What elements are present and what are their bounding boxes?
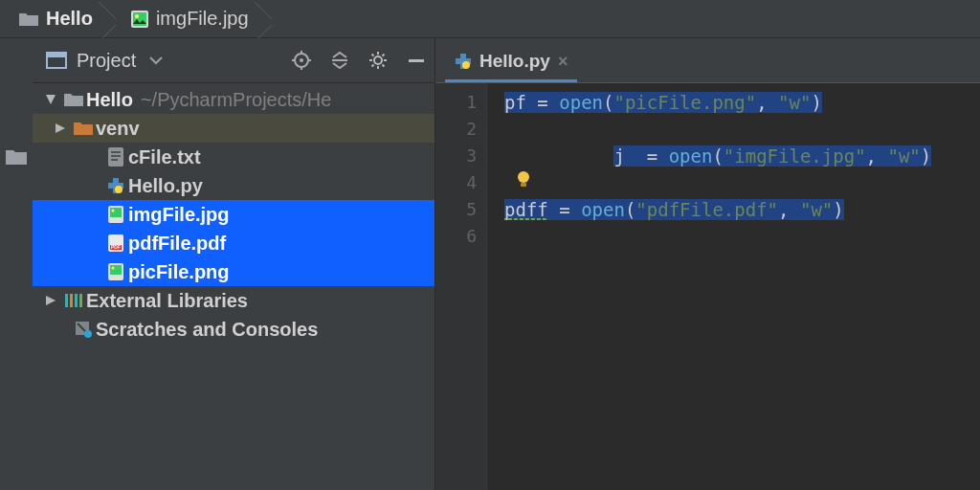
folder-icon [71,121,96,136]
editor-code-area[interactable]: pf = open("picFile.png", "w") j = open("… [487,83,980,490]
tree-item-file[interactable]: Hello.py [33,171,434,200]
svg-point-19 [112,267,115,270]
expand-icon[interactable] [50,122,71,134]
tree-label: picFile.png [128,261,230,283]
svg-point-13 [112,210,115,212]
tree-label: venv [96,118,140,140]
tree-label: pdfFile.pdf [128,233,226,255]
expand-icon[interactable] [40,295,61,306]
collapse-all-icon[interactable] [329,50,350,71]
svg-point-6 [300,58,303,62]
svg-rect-21 [70,294,73,307]
image-file-icon [103,206,128,223]
chevron-down-icon[interactable] [145,50,167,71]
svg-text:PDF: PDF [111,244,121,250]
svg-rect-28 [521,183,526,187]
tree-item-file[interactable]: PDF pdfFile.pdf [33,229,434,257]
svg-rect-8 [409,59,424,62]
svg-rect-22 [75,294,78,307]
tool-tab-project[interactable]: 1: Project [0,172,33,192]
gutter-line: 6 [435,223,477,250]
tree-root-path: ~/PycharmProjects/He [141,89,332,111]
project-view-icon[interactable] [46,50,67,71]
project-tree[interactable]: Hello ~/PycharmProjects/He venv cFile.tx… [33,83,434,490]
breadcrumb-label: imgFile.jpg [156,8,249,30]
svg-rect-23 [79,294,82,307]
breadcrumb-label: Hello [46,8,93,30]
gutter-line: 4 [435,169,477,196]
tree-label: Hello [86,89,133,111]
image-file-icon [103,263,128,280]
editor-panel: Hello.py × 1 2 3 4 5 6 pf = open("picFil… [435,38,980,490]
code-line: pdff = open("pdfFile.pdf", "w") [504,196,980,223]
svg-point-10 [115,186,122,193]
tree-label: External Libraries [86,290,248,312]
svg-point-25 [84,330,92,338]
locate-icon[interactable] [291,50,312,71]
folder-icon [61,92,86,107]
svg-rect-4 [47,53,66,57]
gear-icon[interactable] [368,50,389,71]
tree-label: cFile.txt [128,146,201,168]
pdf-file-icon: PDF [103,234,128,252]
tree-root[interactable]: Hello ~/PycharmProjects/He [33,85,434,114]
python-file-icon [103,177,128,194]
svg-rect-20 [65,294,68,307]
gutter-line: 2 [435,116,477,143]
editor-tab-label: Hello.py [479,51,550,72]
tree-item-file[interactable]: picFile.png [33,257,434,286]
breadcrumb-item-file[interactable]: imgFile.jpg [131,8,272,30]
code-line: j = open("imgFile.jpg", "w") [504,116,980,196]
project-title: Project [77,50,136,72]
project-icon [6,148,27,166]
gutter-line: 3 [435,143,477,169]
svg-rect-9 [108,147,123,167]
expand-icon[interactable] [40,94,61,105]
svg-point-27 [518,171,529,183]
tree-label: imgFile.jpg [128,204,230,226]
svg-rect-18 [110,265,122,275]
tool-window-tabs: 1: Project [0,38,33,490]
svg-point-7 [374,56,382,64]
tree-item-scratches[interactable]: Scratches and Consoles [33,315,434,344]
gutter-line: 1 [435,89,477,116]
tree-label: Scratches and Consoles [96,319,318,341]
tree-item-external-libraries[interactable]: External Libraries [33,286,434,315]
scratches-icon [71,321,96,338]
editor-tab[interactable]: Hello.py × [445,43,577,82]
image-icon [131,11,148,28]
code-line: pf = open("picFile.png", "w") [504,89,980,116]
close-icon[interactable]: × [558,52,568,72]
gutter-line: 5 [435,196,477,223]
svg-point-26 [462,61,470,69]
hide-icon[interactable] [406,50,427,71]
python-file-icon [455,53,472,70]
folder-icon [19,11,38,27]
tree-item-file[interactable]: cFile.txt [33,143,434,171]
editor-tab-bar: Hello.py × [435,38,980,83]
svg-rect-12 [110,208,122,217]
libraries-icon [61,292,86,309]
project-tool-window: Project [33,38,435,490]
editor-gutter[interactable]: 1 2 3 4 5 6 [435,83,487,490]
text-file-icon [103,147,128,167]
project-toolbar: Project [33,38,434,83]
intention-bulb-icon[interactable] [514,116,645,242]
breadcrumb-item-root[interactable]: Hello [19,8,116,30]
tree-label: Hello.py [128,175,203,197]
svg-point-2 [135,14,139,18]
tree-item-venv[interactable]: venv [33,114,434,143]
tree-item-file[interactable]: imgFile.jpg [33,200,434,229]
breadcrumb: Hello imgFile.jpg [0,0,980,38]
